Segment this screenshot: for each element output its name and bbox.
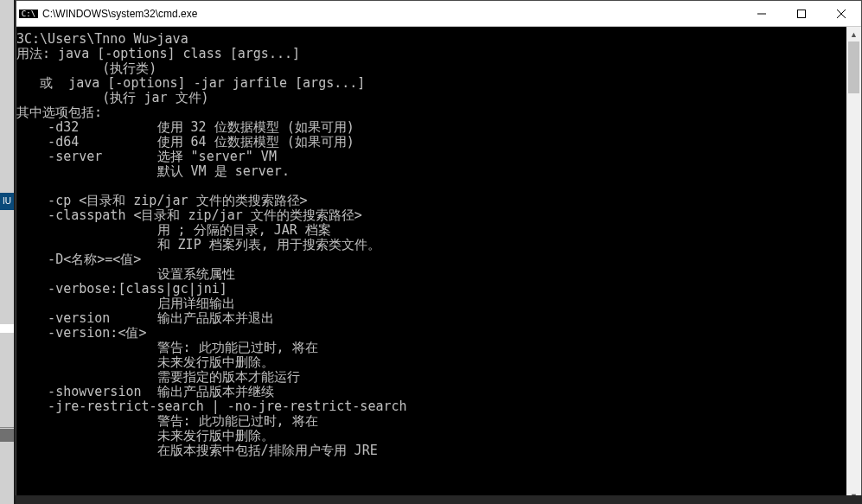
close-icon [837, 10, 846, 18]
background-badge: IU [0, 193, 14, 210]
vertical-scrollbar[interactable]: ▲ ▼ [846, 27, 861, 503]
titlebar[interactable]: C:\ C:\WINDOWS\system32\cmd.exe [16, 1, 861, 27]
background-bottom-strip [16, 495, 862, 504]
svg-rect-1 [798, 10, 806, 17]
background-left-strip: IU [0, 0, 14, 504]
close-button[interactable] [821, 1, 861, 27]
scroll-thumb[interactable] [848, 41, 859, 93]
terminal-output[interactable]: 3C:\Users\Tnno Wu>java 用法: java [-option… [16, 27, 846, 503]
minimize-icon [757, 10, 766, 18]
window-title: C:\WINDOWS\system32\cmd.exe [41, 8, 742, 20]
background-gray-segment [0, 429, 14, 442]
background-divider [0, 427, 14, 428]
cmd-icon: C:\ [19, 10, 38, 18]
scroll-up-button[interactable]: ▲ [846, 27, 861, 41]
system-menu-icon[interactable]: C:\ [16, 10, 41, 18]
client-area: 3C:\Users\Tnno Wu>java 用法: java [-option… [16, 27, 861, 503]
maximize-button[interactable] [782, 1, 821, 27]
minimize-button[interactable] [742, 1, 782, 27]
background-white-segment [0, 324, 14, 333]
maximize-icon [797, 10, 806, 18]
cmd-window: C:\ C:\WINDOWS\system32\cmd.exe 3C:\User… [16, 0, 862, 504]
